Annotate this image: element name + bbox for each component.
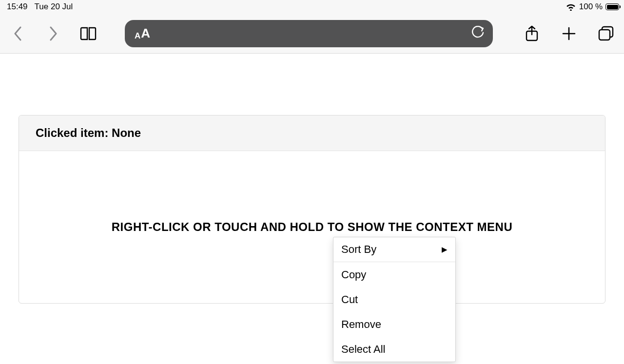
ctx-item-cut[interactable]: Cut xyxy=(333,287,455,312)
status-time: 15:49 xyxy=(7,2,28,12)
demo-panel: Clicked item: None RIGHT-CLICK OR TOUCH … xyxy=(19,115,605,304)
instruction-text: RIGHT-CLICK OR TOUCH AND HOLD TO SHOW TH… xyxy=(112,220,513,234)
battery-percent: 100 % xyxy=(579,2,603,12)
address-bar[interactable]: AA xyxy=(125,20,493,47)
status-date: Tue 20 Jul xyxy=(35,2,73,12)
ctx-item-label: Select All xyxy=(341,343,386,356)
ctx-item-label: Cut xyxy=(341,293,358,306)
bookmarks-button[interactable] xyxy=(80,25,97,42)
context-target-area[interactable]: RIGHT-CLICK OR TOUCH AND HOLD TO SHOW TH… xyxy=(19,151,605,303)
ctx-item-label: Sort By xyxy=(341,243,376,256)
reader-aa-icon[interactable]: AA xyxy=(135,26,150,41)
back-button[interactable] xyxy=(10,25,26,42)
panel-header-value: None xyxy=(112,126,141,139)
share-button[interactable] xyxy=(524,25,540,42)
chevron-right-icon: ▶ xyxy=(442,245,448,254)
browser-toolbar: AA xyxy=(0,14,624,54)
tabs-button[interactable] xyxy=(598,25,614,42)
ctx-item-label: Remove xyxy=(341,318,381,331)
battery-icon xyxy=(605,3,619,10)
new-tab-button[interactable] xyxy=(561,25,577,42)
ctx-item-remove[interactable]: Remove xyxy=(333,312,455,337)
reload-icon[interactable] xyxy=(471,26,484,41)
ctx-item-select-all[interactable]: Select All xyxy=(333,337,455,362)
ctx-item-sort-by[interactable]: Sort By ▶ xyxy=(333,237,455,262)
wifi-icon xyxy=(566,3,576,11)
panel-header: Clicked item: None xyxy=(19,115,605,151)
status-bar: 15:49 Tue 20 Jul 100 % xyxy=(0,0,624,14)
panel-header-prefix: Clicked item: xyxy=(36,126,112,139)
svg-rect-2 xyxy=(599,30,610,40)
ctx-item-label: Copy xyxy=(341,268,366,281)
ctx-item-copy[interactable]: Copy xyxy=(333,262,455,287)
context-menu: Sort By ▶ Copy Cut Remove Select All xyxy=(333,237,456,362)
forward-button[interactable] xyxy=(45,25,61,42)
